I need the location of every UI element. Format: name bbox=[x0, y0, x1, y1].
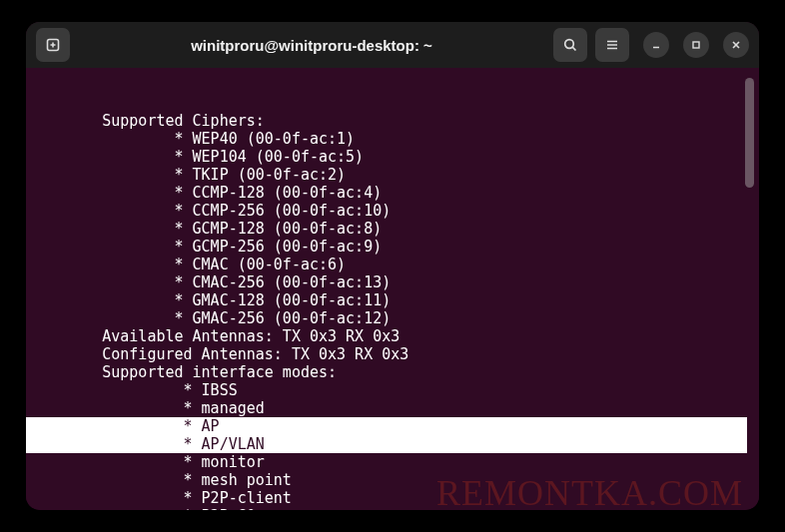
terminal-line: * GCMP-128 (00-0f-ac:8) bbox=[30, 220, 382, 238]
minimize-button[interactable] bbox=[643, 32, 669, 58]
terminal-line: * TKIP (00-0f-ac:2) bbox=[30, 166, 346, 184]
svg-point-3 bbox=[565, 40, 574, 49]
terminal-line: * CMAC (00-0f-ac:6) bbox=[30, 256, 346, 273]
terminal-window: winitproru@winitproru-desktop: ~ bbox=[26, 22, 759, 510]
terminal-line: Supported interface modes: bbox=[30, 363, 337, 381]
new-tab-button[interactable] bbox=[36, 28, 70, 62]
terminal-line: * IBSS bbox=[30, 381, 238, 399]
window-title: winitproru@winitproru-desktop: ~ bbox=[70, 37, 553, 54]
terminal-line: * GMAC-128 (00-0f-ac:11) bbox=[30, 291, 391, 309]
maximize-button[interactable] bbox=[683, 32, 709, 58]
terminal-viewport[interactable]: Supported Ciphers: * WEP40 (00-0f-ac:1) … bbox=[26, 68, 759, 510]
terminal-line: * CMAC-256 (00-0f-ac:13) bbox=[30, 273, 391, 291]
search-button[interactable] bbox=[553, 28, 587, 62]
terminal-line: * P2P-client bbox=[30, 489, 292, 507]
svg-rect-9 bbox=[693, 42, 699, 48]
terminal-line: Configured Antennas: TX 0x3 RX 0x3 bbox=[30, 345, 408, 363]
terminal-line: * WEP104 (00-0f-ac:5) bbox=[30, 148, 364, 166]
menu-button[interactable] bbox=[595, 28, 629, 62]
terminal-line-highlight: * AP bbox=[26, 417, 747, 435]
terminal-line: * P2P-GO bbox=[30, 507, 256, 510]
terminal-line-highlight: * AP/VLAN bbox=[26, 435, 747, 453]
close-button[interactable] bbox=[723, 32, 749, 58]
titlebar: winitproru@winitproru-desktop: ~ bbox=[26, 22, 759, 68]
terminal-line: * GMAC-256 (00-0f-ac:12) bbox=[30, 309, 391, 327]
terminal-line: * GCMP-256 (00-0f-ac:9) bbox=[30, 238, 382, 256]
terminal-line: * CCMP-256 (00-0f-ac:10) bbox=[30, 202, 391, 220]
terminal-output: Supported Ciphers: * WEP40 (00-0f-ac:1) … bbox=[26, 94, 759, 510]
terminal-line: * managed bbox=[30, 399, 265, 417]
terminal-line: * mesh point bbox=[30, 471, 292, 489]
terminal-line: Available Antennas: TX 0x3 RX 0x3 bbox=[30, 327, 399, 345]
terminal-line: Supported Ciphers: bbox=[30, 112, 265, 130]
terminal-line: * WEP40 (00-0f-ac:1) bbox=[30, 130, 355, 148]
scrollbar-thumb[interactable] bbox=[745, 78, 754, 188]
terminal-line: * CCMP-128 (00-0f-ac:4) bbox=[30, 184, 382, 202]
svg-line-4 bbox=[572, 47, 575, 50]
terminal-line: * monitor bbox=[30, 453, 265, 471]
